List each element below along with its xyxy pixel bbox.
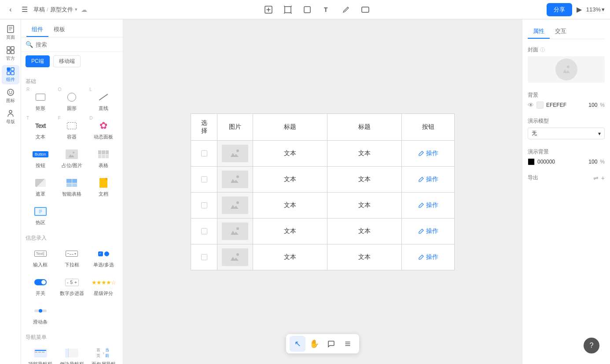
table-header-select: 选择	[191, 113, 217, 140]
component-smart-table[interactable]: 智能表格	[57, 174, 87, 200]
table-cell-checkbox[interactable]	[191, 228, 217, 234]
component-hotzone[interactable]: 热区	[26, 202, 55, 229]
hand-tool[interactable]: ✋	[306, 336, 322, 352]
image-placeholder	[222, 145, 248, 162]
export-add-icon[interactable]: +	[601, 175, 605, 182]
search-bar: 🔍	[21, 37, 123, 52]
svg-line-3	[291, 6, 292, 7]
sub-tab-pc[interactable]: PC端	[26, 55, 50, 67]
component-button[interactable]: Button 按钮	[26, 145, 55, 172]
tab-templates[interactable]: 模板	[48, 23, 70, 37]
component-container[interactable]: 容器	[57, 116, 87, 143]
checkbox[interactable]	[201, 176, 207, 182]
svg-rect-18	[11, 68, 14, 71]
frame-tool-button[interactable]	[282, 4, 294, 16]
component-rect[interactable]: 矩形	[26, 88, 55, 115]
svg-point-25	[73, 152, 74, 153]
component-line[interactable]: 直线	[88, 88, 118, 115]
component-nav3[interactable]: 首页›当前 面包屑导航	[88, 344, 118, 364]
component-input-field[interactable]: Text| 输入框	[26, 244, 55, 271]
component-placeholder[interactable]: 占位/图片	[57, 145, 87, 172]
checkbox[interactable]	[201, 150, 207, 157]
help-button[interactable]: ?	[584, 338, 599, 353]
action-link[interactable]: 操作	[418, 253, 438, 261]
text-tool-button[interactable]: T	[320, 4, 333, 16]
table-row: 文本 文本 操作	[191, 244, 455, 270]
component-doc-label: 文档	[99, 191, 108, 197]
pen-tool-button[interactable]	[340, 4, 352, 16]
component-doc[interactable]: 文档	[88, 174, 118, 200]
action-link[interactable]: 操作	[418, 201, 438, 209]
table-cell-text2: 文本	[327, 248, 401, 266]
component-toggle[interactable]: 开关	[26, 273, 55, 300]
component-nav2[interactable]: 侧边导航栏	[57, 344, 87, 364]
component-circle-label: 圆形	[67, 105, 77, 112]
bottom-toolbar: ↖ ✋	[286, 334, 359, 353]
table-cell-checkbox[interactable]	[191, 150, 217, 157]
component-table[interactable]: 表格	[88, 145, 118, 172]
tab-components[interactable]: 组件	[26, 23, 48, 37]
table-cell-checkbox[interactable]	[191, 176, 217, 182]
component-circle[interactable]: 圆形	[57, 88, 87, 115]
more-tool[interactable]	[340, 336, 356, 352]
component-button-label: 按钮	[36, 162, 45, 169]
right-tab-properties[interactable]: 属性	[528, 25, 550, 39]
demo-bg-color-value[interactable]: 000000	[537, 159, 586, 165]
svg-point-27	[236, 175, 239, 178]
demo-bg-swatch[interactable]	[528, 158, 535, 165]
table-cell-checkbox[interactable]	[191, 202, 217, 208]
add-tool-button[interactable]	[262, 4, 275, 16]
back-button[interactable]: ‹	[5, 4, 16, 15]
dropdown-arrow-icon[interactable]: ▾	[75, 7, 77, 12]
svg-rect-6	[304, 7, 310, 13]
component-slider[interactable]: 滑动条	[26, 302, 55, 328]
action-link[interactable]: 操作	[418, 149, 438, 157]
share-button[interactable]: 分享	[547, 3, 572, 16]
demo-bg-opacity-value[interactable]: 100	[588, 159, 597, 165]
bg-opacity-value[interactable]: 100	[588, 102, 597, 108]
sidebar-item-official[interactable]: 官方	[2, 44, 19, 63]
component-dropdown[interactable]: ▾ 下拉框	[57, 244, 87, 271]
component-checkbox-radio[interactable]: ✓ 单选/多选	[88, 244, 118, 271]
checkbox[interactable]	[201, 202, 207, 208]
breadcrumb-file[interactable]: 原型文件	[50, 6, 73, 14]
demo-model-select[interactable]: 无 ▾	[528, 127, 605, 139]
action-link[interactable]: 操作	[418, 227, 438, 235]
play-button[interactable]: ▶	[577, 5, 582, 14]
sidebar-item-components[interactable]: 组件	[2, 65, 19, 84]
component-mask[interactable]: 遮罩	[26, 174, 55, 200]
svg-rect-17	[7, 68, 10, 71]
sidebar-item-pages[interactable]: 页面	[2, 23, 19, 42]
checkbox[interactable]	[201, 254, 207, 260]
table-row: 文本 文本 操作	[191, 166, 455, 192]
sidebar-item-master[interactable]: 母版	[2, 107, 19, 127]
canvas-area: 选择 图片 标题 标题 按钮	[123, 19, 522, 364]
component-star-rating[interactable]: ★★★★☆ 星级评分	[88, 273, 118, 300]
search-input[interactable]	[36, 41, 118, 48]
zoom-control[interactable]: 113% ▾	[586, 6, 605, 13]
visibility-icon[interactable]: 👁	[528, 102, 534, 109]
comment-tool[interactable]	[323, 336, 339, 352]
bg-color-value[interactable]: EFEFEF	[546, 102, 586, 108]
bg-color-swatch[interactable]	[537, 102, 544, 109]
shape-tool-button[interactable]	[301, 4, 313, 16]
sidebar-official-label: 官方	[6, 55, 15, 62]
cursor-tool[interactable]: ↖	[290, 336, 305, 352]
sidebar-item-icons[interactable]: 图标	[2, 86, 19, 106]
sub-tab-mobile[interactable]: 移动端	[53, 55, 81, 67]
checkbox[interactable]	[201, 228, 207, 234]
table-cell-checkbox[interactable]	[191, 254, 217, 260]
menu-button[interactable]: ☰	[19, 4, 30, 15]
breadcrumb-draft[interactable]: 草稿	[33, 6, 45, 14]
component-stepper[interactable]: -5+ 数字步进器	[57, 273, 87, 300]
component-nav1[interactable]: 顶部导航栏	[26, 344, 55, 364]
table-cell-text1: 文本	[253, 196, 327, 215]
preview-tool-button[interactable]	[359, 4, 371, 16]
section-nav-title: 导航菜单	[26, 334, 118, 341]
action-link[interactable]: 操作	[418, 175, 438, 183]
svg-rect-19	[7, 72, 10, 75]
component-text[interactable]: Text 文本	[26, 116, 55, 143]
right-tab-interactions[interactable]: 交互	[550, 25, 572, 39]
component-dynamic[interactable]: ✿ 动态面板	[88, 116, 118, 143]
export-settings-icon[interactable]: ⇌	[593, 175, 599, 182]
